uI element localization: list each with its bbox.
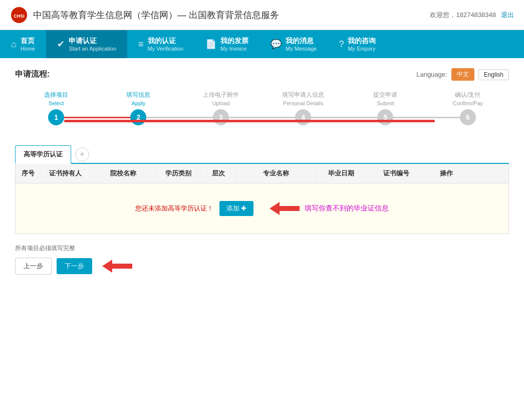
step6-circle: 6 — [460, 109, 476, 125]
svg-marker-3 — [102, 260, 132, 273]
step4-zh: 填写申请人信息 — [282, 91, 324, 99]
step4-en: Personal Details — [283, 100, 323, 106]
step6-en: Confirm/Pay — [453, 100, 483, 106]
nav-invoice-en: My Invoice — [220, 46, 248, 52]
next-button[interactable]: 下一步 — [57, 258, 92, 274]
nav-item-my-message[interactable]: 💬 我的消息 My Message — [259, 30, 328, 58]
verification-icon: ≡ — [138, 39, 144, 50]
step5-circle: 5 — [377, 109, 393, 125]
nav-verif-en: My Verification — [148, 46, 184, 52]
nav-msg-en: My Message — [286, 46, 317, 52]
svg-marker-2 — [270, 202, 300, 215]
empty-text: 您还未添加高等学历认证！ — [135, 204, 213, 213]
main-nav: ⌂ 首页 Home ✔ 申请认证 Start an Application ≡ … — [0, 30, 524, 58]
nav-item-my-verification[interactable]: ≡ 我的认证 My Verification — [127, 30, 194, 58]
nav-enq-en: My Enquiry — [348, 46, 376, 52]
main-content: 申请流程: Language: 中文 English 选择项目 Select 1 — [0, 58, 524, 420]
tab-higher-education[interactable]: 高等学历认证 — [15, 145, 71, 164]
bottom-actions: 上一步 下一步 — [15, 258, 509, 275]
add-record-button[interactable]: 添加 ✚ — [219, 201, 254, 216]
nav-enq-zh: 我的咨询 — [348, 37, 376, 46]
header-left: CHSI 中国高等教育学生信息网（学信网）— 出国教育背景信息服务 — [10, 6, 279, 24]
nav-item-my-enquiry[interactable]: ? 我的咨询 My Enquiry — [328, 30, 387, 58]
step5-en: Submit — [377, 100, 394, 106]
bottom-section: 所有项目必须填写完整 上一步 下一步 — [15, 244, 509, 275]
table-section: 序号 证书持有人 院校名称 学历类别 层次 专业名称 毕业日期 证书编号 操作 … — [15, 164, 509, 234]
nav-item-home[interactable]: ⌂ 首页 Home — [0, 30, 46, 58]
nav-item-my-invoice[interactable]: 📄 我的发票 My Invoice — [194, 30, 259, 58]
col-action: 操作 — [426, 164, 466, 183]
bottom-red-arrow-icon — [97, 259, 132, 274]
red-arrow-icon — [270, 201, 300, 216]
language-label: Language: — [416, 71, 447, 78]
step1-en: Select — [49, 100, 64, 106]
step3-en: Upload — [212, 100, 229, 106]
process-header: 申请流程: Language: 中文 English — [15, 68, 509, 81]
col-cert-no: 证书编号 — [366, 164, 426, 183]
step3-zh: 上传电子附件 — [203, 91, 239, 99]
step2-en: Apply — [132, 100, 146, 106]
required-note: 所有项目必须填写完整 — [15, 244, 509, 253]
col-grad-date: 毕业日期 — [316, 164, 366, 183]
header-right: 欢迎您，18274838348 退出 — [430, 11, 514, 20]
step2-zh: 填写信息 — [126, 91, 150, 99]
nav-home-en: Home — [21, 46, 35, 52]
step3-circle: 3 — [213, 109, 229, 125]
nav-verif-zh: 我的认证 — [148, 37, 184, 46]
table-empty: 您还未添加高等学历认证！ 添加 ✚ 填写你查不到的毕业证信息 — [16, 183, 508, 234]
header: CHSI 中国高等教育学生信息网（学信网）— 出国教育背景信息服务 欢迎您，18… — [0, 0, 524, 30]
nav-msg-zh: 我的消息 — [286, 37, 317, 46]
step4-circle: 4 — [295, 109, 311, 125]
nav-apply-en: Start an Application — [69, 46, 116, 52]
prev-button[interactable]: 上一步 — [15, 258, 52, 275]
annotation-text: 填写你查不到的毕业证信息 — [305, 204, 389, 213]
step-6: 确认/支付 Confirm/Pay 6 — [427, 91, 509, 125]
arrow-annotation: 填写你查不到的毕业证信息 — [270, 201, 389, 216]
svg-text:CHSI: CHSI — [14, 14, 25, 19]
nav-home-zh: 首页 — [21, 37, 35, 46]
header-title: 中国高等教育学生信息网（学信网）— 出国教育背景信息服务 — [33, 9, 279, 21]
message-icon: 💬 — [271, 39, 282, 50]
step5-zh: 提交申请 — [373, 91, 397, 99]
language-switch: Language: 中文 English — [416, 68, 509, 81]
chsi-logo: CHSI — [10, 6, 28, 24]
enquiry-icon: ? — [339, 39, 344, 50]
col-type: 学历类别 — [156, 164, 201, 183]
process-title: 申请流程: — [15, 69, 50, 80]
nav-apply-zh: 申请认证 — [69, 37, 116, 46]
col-holder: 证书持有人 — [41, 164, 91, 183]
red-progress-bar — [64, 120, 435, 122]
col-major: 专业名称 — [236, 164, 316, 183]
home-icon: ⌂ — [11, 39, 17, 50]
table-header: 序号 证书持有人 院校名称 学历类别 层次 专业名称 毕业日期 证书编号 操作 — [16, 164, 508, 183]
col-school: 院校名称 — [91, 164, 156, 183]
steps-container: 选择项目 Select 1 填写信息 Apply 2 上传电子附件 — [15, 91, 509, 130]
plus-icon: + — [80, 150, 84, 159]
step2-circle: 2 — [130, 109, 146, 125]
lang-en-button[interactable]: English — [478, 69, 509, 80]
step1-zh: 选择项目 — [44, 91, 68, 99]
step1-circle: 1 — [48, 109, 64, 125]
col-level: 层次 — [201, 164, 236, 183]
apply-icon: ✔ — [57, 39, 65, 50]
welcome-text: 欢迎您，18274838348 — [430, 11, 496, 20]
lang-zh-button[interactable]: 中文 — [451, 68, 474, 81]
nav-invoice-zh: 我的发票 — [220, 37, 248, 46]
invoice-icon: 📄 — [205, 39, 216, 50]
nav-item-apply[interactable]: ✔ 申请认证 Start an Application — [46, 30, 127, 58]
col-seq: 序号 — [16, 164, 41, 183]
tab-add-button[interactable]: + — [75, 147, 89, 161]
logout-button[interactable]: 退出 — [501, 11, 514, 20]
tab-bar: 高等学历认证 + — [15, 145, 509, 164]
step6-zh: 确认/支付 — [455, 91, 480, 99]
